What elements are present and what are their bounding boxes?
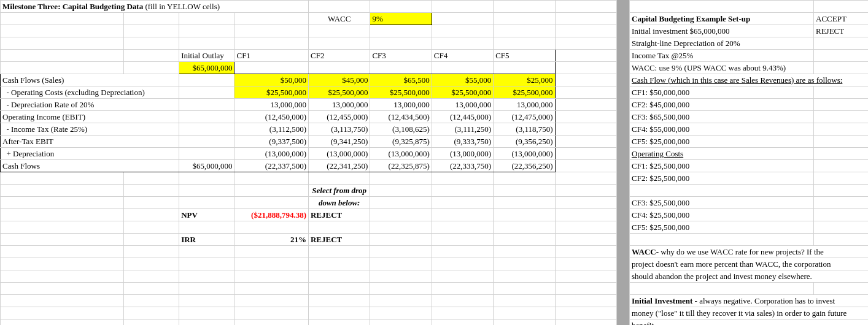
- npv-label: NPV: [179, 209, 234, 221]
- hdr-io: Initial Outlay: [179, 50, 234, 62]
- right-panel: Capital Budgeting Example Set-up ACCEPT …: [629, 0, 868, 325]
- opcost-cf4[interactable]: $25,500,000: [432, 86, 493, 99]
- adddep-cf2: (13,000,000): [308, 148, 370, 160]
- sales-cf2[interactable]: $45,000: [308, 74, 370, 86]
- ebit-cf3: (12,434,500): [370, 111, 432, 123]
- oc-line-2: CF2: $25,500,000: [630, 172, 814, 185]
- opcost-cf2[interactable]: $25,500,000: [308, 86, 370, 99]
- opcost-cf1[interactable]: $25,500,000: [234, 86, 309, 99]
- cf-line-5: CF5: $25,000,000: [630, 136, 814, 148]
- setup-line-4: WACC: use 9% (UPS WACC was about 9.43%): [630, 62, 814, 74]
- row-dep-label: - Depreciation Rate of 20%: [1, 99, 179, 111]
- tax-cf3: (3,108,625): [370, 123, 432, 136]
- adddep-cf4: (13,000,000): [432, 148, 493, 160]
- sales-cf1[interactable]: $50,000: [234, 74, 309, 86]
- row-opcost-label: - Operating Costs (excluding Depreciatio…: [1, 86, 179, 99]
- opcost-cf5[interactable]: $25,500,000: [494, 86, 555, 99]
- cf-line-4: CF4: $55,000,000: [630, 123, 814, 136]
- adddep-cf3: (13,000,000): [370, 148, 432, 160]
- ii-note-2: money ("lose" it till they recover it vi…: [630, 307, 869, 319]
- tax-cf2: (3,113,750): [308, 123, 370, 136]
- sales-cf3[interactable]: $65,500: [370, 74, 432, 86]
- wacc-input[interactable]: 9%: [370, 13, 432, 25]
- ebit-cf4: (12,445,000): [432, 111, 493, 123]
- dep-cf1: 13,000,000: [234, 99, 309, 111]
- setup-line-3: Income Tax @25%: [630, 50, 814, 62]
- wacc-note-3: should abandon the project and invest mo…: [630, 270, 869, 283]
- tax-cf5: (3,118,750): [494, 123, 555, 136]
- hdr-cf5: CF5: [494, 50, 555, 62]
- wacc-label: WACC: [308, 13, 370, 25]
- irr-label: IRR: [179, 234, 234, 246]
- adddep-cf5: (13,000,000): [494, 148, 555, 160]
- cf-line-2: CF2: $45,000,000: [630, 99, 814, 111]
- setup-line-1: Initial investment $65,000,000: [630, 25, 814, 37]
- row-adddep-label: + Depreciation: [1, 148, 179, 160]
- cf-cf2: (22,341,250): [308, 160, 370, 172]
- wacc-note-2: project doesn't earn more percent than W…: [630, 258, 869, 270]
- setup-line-2: Straight-line Depreciation of 20%: [630, 37, 814, 50]
- cf-cf3: (22,325,875): [370, 160, 432, 172]
- dep-cf3: 13,000,000: [370, 99, 432, 111]
- ebit-cf2: (12,455,000): [308, 111, 370, 123]
- ii-note-1: Initial Investment - always negative. Co…: [630, 295, 869, 307]
- atebit-cf4: (9,333,750): [432, 136, 493, 148]
- npv-decision-dropdown[interactable]: REJECT: [308, 209, 370, 221]
- cashflow-header: Cash Flow (which in this case are Sales …: [630, 74, 869, 86]
- oc-line-5: CF5: $25,500,000: [630, 221, 814, 234]
- npv-value: ($21,888,794.38): [234, 209, 309, 221]
- page-title: Milestone Three: Capital Budgeting Data …: [1, 1, 309, 13]
- dep-cf4: 13,000,000: [432, 99, 493, 111]
- atebit-cf3: (9,325,875): [370, 136, 432, 148]
- dep-cf5: 13,000,000: [494, 99, 555, 111]
- sales-cf5[interactable]: $25,000: [494, 74, 555, 86]
- row-ebit-label: Operating Income (EBIT): [1, 111, 179, 123]
- oc-line-3: CF3: $25,500,000: [630, 197, 814, 209]
- oc-blank: [630, 185, 814, 197]
- tax-cf4: (3,111,250): [432, 123, 493, 136]
- hdr-cf1: CF1: [234, 50, 309, 62]
- irr-decision-dropdown[interactable]: REJECT: [308, 234, 370, 246]
- setup-title: Capital Budgeting Example Set-up: [630, 13, 814, 25]
- sales-cf4[interactable]: $55,000: [432, 74, 493, 86]
- row-atebit-label: After-Tax EBIT: [1, 136, 179, 148]
- initial-outlay-input[interactable]: $65,000,000: [179, 62, 234, 74]
- atebit-cf5: (9,356,250): [494, 136, 555, 148]
- ebit-cf1: (12,450,000): [234, 111, 309, 123]
- row-sales-label: Cash Flows (Sales): [1, 74, 179, 86]
- ebit-cf5: (12,475,000): [494, 111, 555, 123]
- opcost-cf3[interactable]: $25,500,000: [370, 86, 432, 99]
- accept-label: ACCEPT: [814, 13, 869, 25]
- column-separator: [617, 0, 629, 325]
- atebit-cf2: (9,341,250): [308, 136, 370, 148]
- wacc-note-1: WACC- why do we use WACC rate for new pr…: [630, 246, 869, 258]
- page: Milestone Three: Capital Budgeting Data …: [0, 0, 868, 325]
- ii-note-3: benefit.: [630, 319, 869, 326]
- irr-value: 21%: [234, 234, 309, 246]
- row-tax-label: - Income Tax (Rate 25%): [1, 123, 179, 136]
- hdr-cf2: CF2: [308, 50, 370, 62]
- cf-io: $65,000,000: [179, 160, 234, 172]
- hdr-cf3: CF3: [370, 50, 432, 62]
- main-table: Milestone Three: Capital Budgeting Data …: [0, 0, 617, 325]
- oc-line-1: CF1: $25,500,000: [630, 160, 814, 172]
- cf-cf5: (22,356,250): [494, 160, 555, 172]
- select-note-a: Select from drop: [308, 185, 370, 197]
- reject-label: REJECT: [814, 25, 869, 37]
- oc-header: Operating Costs: [630, 148, 814, 160]
- right-table: Capital Budgeting Example Set-up ACCEPT …: [629, 0, 868, 325]
- cf-line-3: CF3: $65,500,000: [630, 111, 814, 123]
- dep-cf2: 13,000,000: [308, 99, 370, 111]
- left-worksheet: Milestone Three: Capital Budgeting Data …: [0, 0, 617, 325]
- select-note-b: down below:: [308, 197, 370, 209]
- row-cashflows-label: Cash Flows: [1, 160, 179, 172]
- hdr-cf4: CF4: [432, 50, 493, 62]
- cf-line-1: CF1: $50,000,000: [630, 86, 814, 99]
- atebit-cf1: (9,337,500): [234, 136, 309, 148]
- cf-cf4: (22,333,750): [432, 160, 493, 172]
- adddep-cf1: (13,000,000): [234, 148, 309, 160]
- oc-line-4: CF4: $25,500,000: [630, 209, 814, 221]
- cf-cf1: (22,337,500): [234, 160, 309, 172]
- tax-cf1: (3,112,500): [234, 123, 309, 136]
